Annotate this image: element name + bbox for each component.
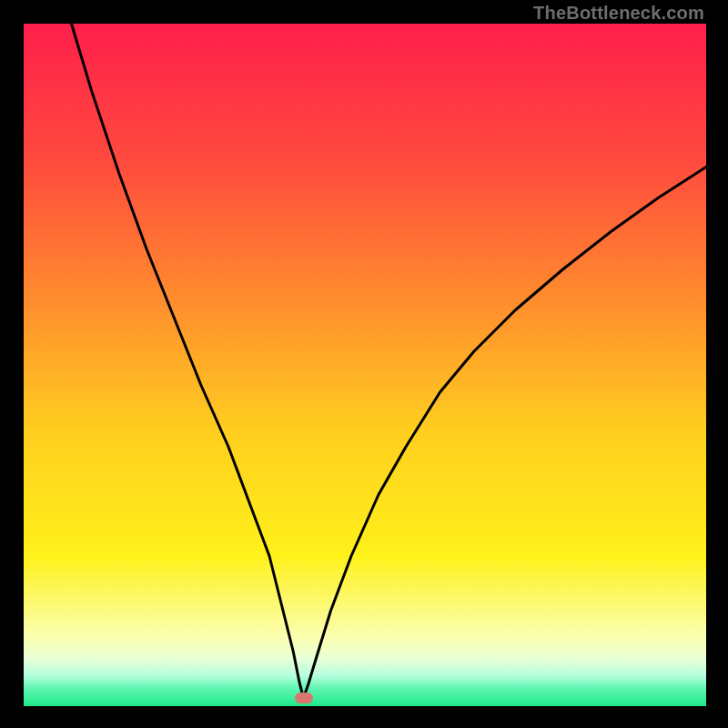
watermark-text: TheBottleneck.com xyxy=(533,3,704,24)
chart-frame: TheBottleneck.com xyxy=(0,0,728,728)
plot-area xyxy=(24,24,706,706)
minimum-marker xyxy=(295,693,313,703)
svg-rect-0 xyxy=(24,24,706,706)
gradient-background xyxy=(24,24,706,706)
